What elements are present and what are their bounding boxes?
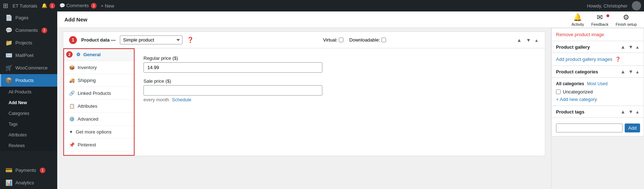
sidebar-label-analytics: Analytics: [15, 180, 34, 185]
product-tabs: 2 ⚙ General 📦 Inventory 🚚: [63, 48, 135, 156]
tags-toggle-btn[interactable]: ▴: [635, 109, 639, 115]
comments-link[interactable]: 💬 Comments 3: [59, 3, 97, 9]
page-title: Add New: [64, 16, 87, 23]
sidebar-item-mailpoet[interactable]: ✉️ MailPoet: [0, 49, 57, 62]
sidebar-item-analytics[interactable]: 📊 Analytics: [0, 176, 57, 189]
tab-linked-products[interactable]: 🔗 Linked Products: [63, 87, 135, 100]
add-tag-button[interactable]: Add: [625, 123, 640, 132]
add-new-label: Add New: [9, 100, 27, 105]
attributes-label: Attributes: [9, 132, 27, 137]
gallery-collapse-up-btn[interactable]: ▲: [620, 44, 626, 50]
get-more-options-tab-label: Get more options: [76, 129, 112, 135]
schedule-link[interactable]: Schedule: [172, 97, 191, 102]
sidebar-item-tags[interactable]: Tags: [0, 119, 57, 130]
product-data-header: 1 Product data — Simple product Grouped …: [63, 32, 545, 48]
downloadable-checkbox[interactable]: [381, 38, 386, 42]
site-header: Add New 🔔 Activity ✉ Feedback ⚙ Finish s…: [57, 11, 644, 28]
finish-setup-button[interactable]: ⚙ Finish setup: [616, 13, 637, 26]
get-more-options-tab-icon: ✦: [69, 129, 73, 135]
gallery-help-icon[interactable]: ❓: [615, 57, 621, 62]
badge-2: 2: [66, 51, 73, 58]
uncategorized-checkbox[interactable]: [556, 89, 561, 94]
sidebar-item-products[interactable]: 📦 Products: [0, 74, 57, 87]
sidebar-item-woocommerce[interactable]: 🛒 WooCommerce: [0, 62, 57, 74]
tab-inventory[interactable]: 📦 Inventory: [63, 61, 135, 74]
wp-logo-icon[interactable]: ⊞: [3, 2, 8, 10]
user-avatar[interactable]: [632, 1, 641, 10]
activity-button[interactable]: 🔔 Activity: [572, 13, 584, 26]
tab-general[interactable]: ⚙ General: [63, 48, 135, 61]
every-month-text: every month: [143, 97, 169, 102]
remove-image-body: Remove product image: [552, 28, 644, 41]
product-gallery-body: Add product gallery images ❓: [552, 53, 644, 66]
sidebar-item-payments[interactable]: 💳 Payments 1: [0, 164, 57, 176]
regular-price-input[interactable]: [143, 62, 322, 73]
virtual-item: Virtual:: [323, 37, 343, 43]
uncategorized-row: Uncategorized: [556, 89, 639, 94]
woocommerce-icon: 🛒: [5, 64, 13, 71]
sidebar-item-attributes[interactable]: Attributes: [0, 130, 57, 140]
product-content-panel: Regular price ($) Sale price ($) every m…: [135, 48, 545, 156]
gallery-toggle-btn[interactable]: ▴: [635, 44, 639, 50]
sale-price-label: Sale price ($): [143, 78, 536, 84]
categories-collapse-down-btn[interactable]: ▼: [628, 69, 634, 74]
tab-attributes[interactable]: 📋 Attributes: [63, 100, 135, 113]
pages-icon: 📄: [5, 14, 13, 21]
tab-advanced[interactable]: ⚙️ Advanced: [63, 113, 135, 126]
sale-price-input[interactable]: [143, 85, 322, 96]
site-name[interactable]: ET Tutorials: [13, 3, 37, 9]
product-data-label: Product data —: [81, 37, 116, 43]
sidebar-item-add-new[interactable]: Add New: [0, 97, 57, 108]
activity-label: Activity: [572, 22, 584, 26]
collapse-up-btn[interactable]: ▲: [515, 37, 523, 44]
remove-product-image-link[interactable]: Remove product image: [556, 32, 604, 37]
help-icon[interactable]: ❓: [187, 37, 194, 43]
tab-pinterest[interactable]: 📌 Pinterest: [63, 139, 135, 151]
feedback-button[interactable]: ✉ Feedback: [591, 13, 608, 26]
pinterest-tab-label: Pinterest: [78, 142, 96, 147]
tags-collapse-up-btn[interactable]: ▲: [620, 109, 626, 115]
categories-toggle-btn[interactable]: ▴: [635, 69, 639, 74]
collapse-toggle-btn[interactable]: ▴: [534, 37, 539, 44]
sidebar-item-categories[interactable]: Categories: [0, 108, 57, 119]
sidebar-item-all-products[interactable]: All Products: [0, 87, 57, 97]
gallery-collapse-down-btn[interactable]: ▼: [628, 44, 634, 50]
most-used-tab[interactable]: Most Used: [587, 81, 608, 86]
sidebar-item-pages[interactable]: 📄 Pages: [0, 11, 57, 24]
all-categories-tab[interactable]: All categories: [556, 81, 584, 86]
tags-input[interactable]: [556, 123, 623, 132]
add-new-category-link[interactable]: + Add new category: [556, 97, 597, 102]
tags-collapse-down-btn[interactable]: ▼: [628, 109, 634, 115]
admin-bar: ⊞ ET Tutorials 🔔 1 💬 Comments 3 + New Ho…: [0, 0, 644, 11]
mailpoet-icon: ✉️: [5, 52, 13, 59]
new-content-link[interactable]: + New: [101, 3, 114, 9]
product-tags-title: Product tags: [556, 109, 620, 115]
tags-input-row: Add: [556, 123, 639, 132]
finish-setup-label: Finish setup: [616, 22, 637, 26]
product-gallery-header: Product gallery ▲ ▼ ▴: [552, 41, 644, 53]
advanced-tab-icon: ⚙️: [69, 116, 75, 122]
updates-count[interactable]: 🔔 1: [42, 3, 55, 9]
tab-get-more-options[interactable]: ✦ Get more options: [63, 126, 135, 139]
sale-price-field: Sale price ($) every month Schedule: [143, 78, 536, 102]
sidebar-item-projects[interactable]: 📁 Projects: [0, 37, 57, 49]
tab-shipping[interactable]: 🚚 Shipping: [63, 74, 135, 87]
product-type-select[interactable]: Simple product Grouped product External/…: [120, 35, 182, 44]
sidebar-item-reviews[interactable]: Reviews: [0, 140, 57, 151]
product-categories-title: Product categories: [556, 69, 620, 74]
header-actions: 🔔 Activity ✉ Feedback ⚙ Finish setup: [572, 13, 637, 26]
virtual-row: Virtual: Downloadable:: [323, 37, 386, 43]
add-product-gallery-images-link[interactable]: Add product gallery images: [556, 57, 613, 62]
shipping-tab-label: Shipping: [78, 78, 96, 83]
advanced-tab-label: Advanced: [78, 116, 98, 122]
virtual-checkbox[interactable]: [339, 38, 343, 42]
categories-collapse-up-btn[interactable]: ▲: [620, 69, 626, 74]
payments-badge: 1: [40, 168, 45, 173]
product-tags-header: Product tags ▲ ▼ ▴: [552, 106, 644, 118]
right-sidebar: Remove product image Product gallery ▲ ▼…: [551, 28, 644, 189]
panel-controls-tags: ▲ ▼ ▴: [620, 109, 639, 115]
sidebar-label-comments: Comments: [15, 28, 38, 33]
sidebar-item-comments[interactable]: 💬 Comments 3: [0, 24, 57, 37]
collapse-down-btn[interactable]: ▼: [525, 37, 532, 44]
feedback-label: Feedback: [591, 22, 608, 26]
